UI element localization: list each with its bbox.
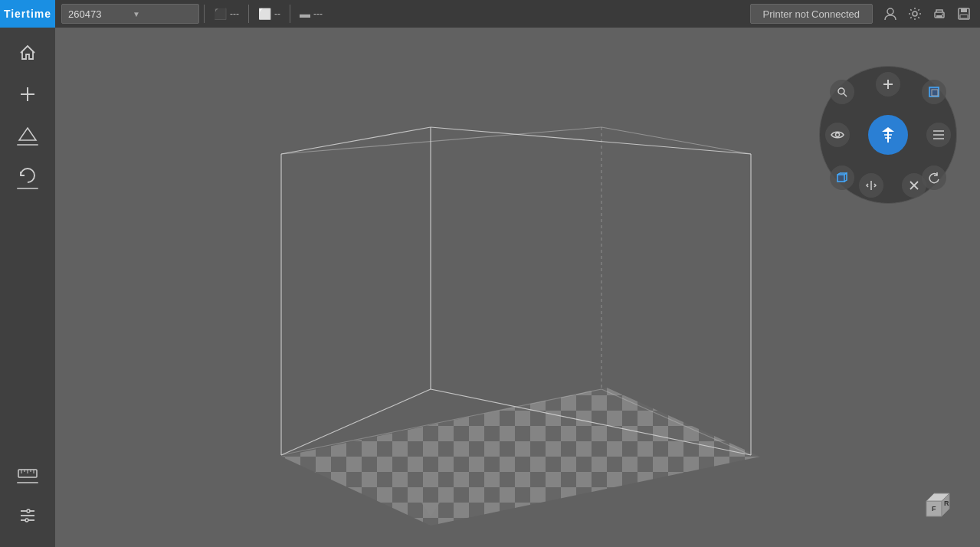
- separator-3: [290, 5, 290, 23]
- print-icon-button[interactable]: [928, 2, 951, 25]
- stat2-value: --: [274, 8, 280, 19]
- svg-rect-6: [961, 8, 967, 12]
- user-icon-button[interactable]: [879, 2, 902, 25]
- tool-split-left-button[interactable]: [859, 173, 883, 198]
- separator-2: [248, 5, 249, 23]
- svg-point-0: [887, 8, 893, 15]
- svg-rect-3: [936, 15, 942, 18]
- brand-name: Tiertime: [4, 8, 51, 20]
- tool-layers-button[interactable]: [922, 80, 946, 104]
- cube-indicator[interactable]: F R: [919, 486, 957, 524]
- layers-icon: ⬛: [214, 8, 227, 20]
- edge-top-left: [281, 127, 431, 154]
- edge-top-right: [431, 127, 751, 154]
- sidebar-support-button[interactable]: [8, 116, 47, 155]
- extruder-icon: ⬜: [258, 8, 271, 20]
- sidebar-home-button[interactable]: [8, 34, 47, 72]
- svg-point-42: [838, 88, 844, 94]
- stat-layers: ⬛ ---: [209, 8, 244, 20]
- sidebar-settings-button[interactable]: [8, 496, 47, 535]
- topbar-icons: [879, 2, 975, 25]
- barcode-icon: ▬: [300, 8, 310, 20]
- sidebar-ruler-button[interactable]: [8, 455, 47, 493]
- printer-status-label: Printer not Connected: [763, 8, 860, 20]
- save-icon-button[interactable]: [952, 2, 975, 25]
- edge-top-back: [281, 127, 601, 154]
- topbar: Tiertime 260473 ▼ ⬛ --- ⬜ -- ▬ --- Print…: [0, 0, 980, 28]
- tool-eye-button[interactable]: [825, 123, 850, 147]
- svg-rect-7: [960, 15, 968, 18]
- svg-line-43: [844, 93, 847, 97]
- printer-selector[interactable]: 260473 ▼: [61, 4, 199, 24]
- sidebar-rotate-button[interactable]: [8, 158, 47, 196]
- svg-rect-44: [837, 175, 844, 182]
- separator-1: [204, 5, 205, 23]
- svg-point-1: [913, 11, 917, 16]
- tool-search-button[interactable]: [830, 80, 854, 104]
- dropdown-arrow-icon: ▼: [133, 10, 192, 18]
- cube-front-label: F: [932, 505, 936, 513]
- svg-rect-33: [929, 87, 939, 97]
- tool-menu-button[interactable]: [926, 123, 951, 147]
- brand-logo: Tiertime: [0, 0, 55, 28]
- svg-point-41: [836, 133, 840, 137]
- viewport[interactable]: F R: [55, 28, 980, 547]
- printer-status-button[interactable]: Printer not Connected: [750, 4, 873, 24]
- edge-top-back-right: [601, 127, 751, 154]
- stat-extruder: ⬜ --: [254, 8, 285, 20]
- ruler-line: [17, 482, 38, 483]
- tool-center-button[interactable]: [868, 115, 908, 155]
- svg-point-24: [25, 519, 28, 522]
- cube-right-label: R: [944, 500, 949, 507]
- tool-close-button[interactable]: [902, 173, 926, 198]
- svg-marker-10: [19, 128, 36, 140]
- stat-barcode: ▬ ---: [295, 8, 327, 20]
- floor-checkerboard: [281, 388, 760, 526]
- tool-add-button[interactable]: [876, 72, 900, 97]
- svg-point-20: [27, 509, 30, 513]
- support-line: [17, 144, 38, 146]
- stat1-value: ---: [230, 8, 239, 19]
- svg-point-4: [942, 14, 943, 15]
- stat3-value: ---: [313, 8, 323, 19]
- tool-cube-button[interactable]: [830, 165, 854, 190]
- printer-id: 260473: [68, 8, 128, 20]
- sidebar: [0, 28, 55, 547]
- settings-icon-button[interactable]: [903, 2, 926, 25]
- rotate-line: [17, 188, 38, 189]
- sidebar-add-button[interactable]: [8, 75, 47, 113]
- tool-circle: [819, 66, 957, 204]
